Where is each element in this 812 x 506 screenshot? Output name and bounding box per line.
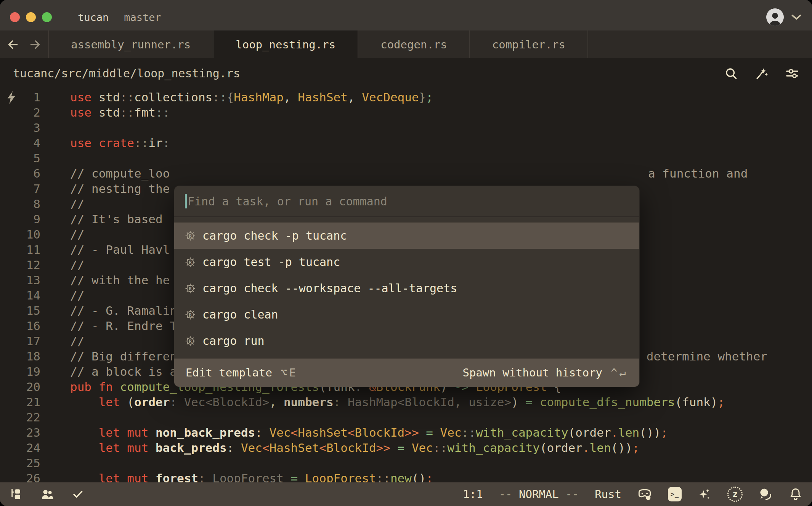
task-item[interactable]: R cargo check --workspace --all-targets	[174, 275, 639, 301]
line-number: 22	[0, 410, 40, 425]
cursor-position[interactable]: 1:1	[463, 488, 483, 501]
line-number: 21	[0, 394, 40, 410]
code-line[interactable]: 6// compute_looa function and	[0, 166, 812, 181]
minimize-button[interactable]	[26, 12, 36, 22]
tab-bar: assembly_runner.rsloop_nesting.rscodegen…	[0, 30, 812, 58]
line-number: 13	[0, 272, 40, 288]
notification-bell-icon[interactable]	[789, 487, 802, 501]
zed-glyph: z	[732, 490, 737, 498]
task-item-label: cargo test -p tucanc	[202, 255, 340, 269]
code-text: //	[70, 196, 84, 211]
magic-wand-icon[interactable]	[755, 67, 769, 80]
title-bar: tucan master	[0, 0, 812, 30]
toolbar: tucanc/src/middle/loop_nesting.rs	[0, 58, 812, 88]
svg-text:R: R	[189, 259, 192, 265]
search-icon[interactable]	[724, 67, 738, 80]
task-list: R cargo check -p tucanc R cargo test -p …	[174, 217, 639, 359]
avatar[interactable]	[766, 8, 784, 26]
tab-compiler-rs[interactable]: compiler.rs	[470, 30, 588, 58]
code-line[interactable]: 24 let mut back_preds: Vec<HashSet<Block…	[0, 440, 812, 455]
code-text: // with the he	[70, 272, 170, 288]
terminal-icon[interactable]: >_	[668, 487, 682, 501]
line-number: 20	[0, 379, 40, 394]
code-line[interactable]: 4use crate::ir:	[0, 135, 812, 151]
project-panel-icon[interactable]	[10, 488, 23, 501]
diagnostics-check-icon[interactable]	[72, 488, 84, 500]
cargo-gear-icon: R	[185, 336, 196, 346]
task-item-label: cargo run	[202, 334, 265, 347]
spawn-without-history-button[interactable]: Spawn without history ^↵	[462, 366, 628, 379]
task-item-label: cargo check -p tucanc	[202, 229, 347, 242]
zoom-button[interactable]	[42, 12, 52, 22]
task-item[interactable]: R cargo test -p tucanc	[174, 249, 639, 275]
line-number: 25	[0, 455, 40, 471]
code-text: //	[70, 257, 84, 272]
line-number: 24	[0, 440, 40, 455]
code-text: // nesting the	[70, 181, 170, 196]
cargo-gear-icon: R	[185, 283, 196, 294]
code-line[interactable]: 21 let (order: Vec<BlockId>, numbers: Ha…	[0, 394, 812, 410]
task-item[interactable]: R cargo check -p tucanc	[174, 223, 639, 249]
svg-text:R: R	[189, 312, 192, 317]
line-number: 6	[0, 166, 40, 181]
code-editor[interactable]: 1use std::collections::{HashMap, HashSet…	[0, 88, 812, 482]
code-text: use crate::ir:	[70, 135, 170, 151]
svg-text:R: R	[189, 338, 192, 344]
code-text: // It's based	[70, 211, 170, 227]
code-line[interactable]: 2use std::fmt::	[0, 105, 812, 120]
collaboration-icon[interactable]	[40, 488, 54, 501]
code-line[interactable]: 22	[0, 410, 812, 425]
vim-mode-indicator: -- NORMAL --	[499, 488, 579, 501]
code-text-after-overlay: a function and	[648, 166, 748, 181]
code-line[interactable]: 26 let mut forest: LoopForest = LoopFore…	[0, 471, 812, 482]
task-item[interactable]: R cargo clean	[174, 301, 639, 328]
task-search-input[interactable]	[188, 195, 629, 208]
project-name[interactable]: tucan	[78, 11, 109, 23]
code-text: let mut non_back_preds: Vec<HashSet<Bloc…	[70, 425, 668, 440]
line-number: 10	[0, 227, 40, 242]
task-palette: R cargo check -p tucanc R cargo test -p …	[174, 186, 640, 387]
tab-loop_nesting-rs[interactable]: loop_nesting.rs	[213, 30, 358, 58]
line-number: 3	[0, 120, 40, 135]
close-button[interactable]	[10, 12, 20, 22]
git-branch[interactable]: master	[124, 11, 161, 23]
line-number: 19	[0, 364, 40, 379]
line-number: 26	[0, 471, 40, 482]
task-item-label: cargo check --workspace --all-targets	[202, 282, 457, 295]
code-text: // compute_loo	[70, 166, 170, 181]
spawn-without-history-label: Spawn without history	[462, 366, 602, 379]
code-text: //	[70, 288, 84, 303]
status-bar: 1:1 -- NORMAL -- Rust >_ z	[0, 482, 812, 506]
code-line[interactable]: 25	[0, 455, 812, 471]
assistant-sparkle-icon[interactable]	[698, 487, 711, 501]
code-line[interactable]: 3	[0, 120, 812, 135]
line-number: 9	[0, 211, 40, 227]
edit-template-label: Edit template	[186, 366, 272, 379]
breadcrumb[interactable]: tucanc/src/middle/loop_nesting.rs	[13, 67, 240, 80]
line-number: 5	[0, 151, 40, 166]
tab-assembly_runner-rs[interactable]: assembly_runner.rs	[49, 30, 213, 58]
code-line[interactable]: 1use std::collections::{HashMap, HashSet…	[0, 90, 812, 105]
line-number: 11	[0, 242, 40, 257]
zed-ai-icon[interactable]: z	[727, 487, 743, 502]
code-line[interactable]: 5	[0, 151, 812, 166]
option-e-shortcut: ⌥E	[281, 366, 298, 379]
cargo-gear-icon: R	[185, 309, 196, 320]
chevron-down-icon[interactable]	[791, 13, 802, 21]
line-number: 2	[0, 105, 40, 120]
task-item[interactable]: R cargo run	[174, 328, 639, 354]
copilot-icon[interactable]	[637, 487, 652, 501]
sliders-icon[interactable]	[785, 67, 799, 80]
edit-template-button[interactable]: Edit template ⌥E	[186, 366, 298, 379]
language-selector[interactable]: Rust	[595, 488, 621, 501]
cargo-gear-icon: R	[185, 231, 196, 241]
line-number: 16	[0, 318, 40, 333]
tab-codegen-rs[interactable]: codegen.rs	[358, 30, 470, 58]
text-caret	[185, 194, 187, 208]
go-back-button[interactable]	[7, 38, 19, 51]
go-forward-button[interactable]	[29, 38, 41, 51]
line-number: 18	[0, 349, 40, 364]
code-line[interactable]: 23 let mut non_back_preds: Vec<HashSet<B…	[0, 425, 812, 440]
line-number: 7	[0, 181, 40, 196]
chat-icon[interactable]	[759, 487, 773, 501]
